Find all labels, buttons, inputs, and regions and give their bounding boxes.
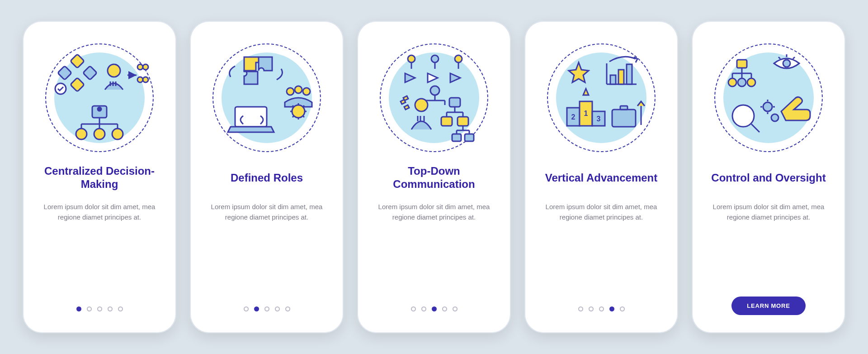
svg-point-12 (76, 129, 87, 139)
svg-point-41 (783, 60, 790, 67)
dot-1[interactable] (578, 306, 583, 311)
svg-point-22 (455, 55, 462, 62)
card-title: Centralized Decision-Making (37, 165, 162, 191)
svg-rect-0 (70, 54, 84, 68)
svg-point-14 (112, 129, 123, 139)
centralized-decision-icon (50, 48, 149, 148)
control-oversight-icon (719, 48, 818, 148)
svg-rect-28 (452, 134, 461, 141)
phone-card-vertical-advancement: 2 1 3 Vertical Advancement Lorem ipsum d… (524, 21, 678, 333)
dot-4[interactable] (275, 306, 280, 311)
svg-rect-26 (441, 117, 452, 126)
dot-1[interactable] (411, 306, 416, 311)
card-desc: Lorem ipsum dolor sit dim amet, mea regi… (706, 202, 831, 222)
phone-card-top-down: Top-Down Communication Lorem ipsum dolor… (357, 21, 511, 333)
svg-point-24 (415, 99, 428, 111)
icon-wrap (714, 43, 823, 152)
learn-more-button[interactable]: LEARN MORE (731, 297, 805, 315)
svg-point-16 (295, 86, 302, 93)
dot-2[interactable] (589, 306, 594, 311)
card-desc: Lorem ipsum dolor sit dim amet, mea regi… (372, 202, 496, 222)
svg-rect-42 (737, 60, 747, 68)
svg-point-43 (728, 78, 736, 86)
svg-rect-25 (449, 98, 460, 107)
defined-roles-icon (217, 48, 316, 148)
svg-point-45 (747, 78, 755, 86)
pagination-dots (411, 306, 458, 311)
top-down-communication-icon (384, 48, 484, 148)
svg-point-15 (287, 88, 294, 95)
svg-rect-40 (620, 106, 627, 110)
svg-point-47 (763, 102, 772, 111)
svg-point-21 (431, 55, 439, 62)
dot-5[interactable] (285, 306, 290, 311)
icon-wrap: 2 1 3 (547, 43, 656, 152)
dot-2[interactable] (87, 306, 92, 311)
dot-2[interactable] (254, 306, 259, 311)
svg-rect-32 (627, 64, 632, 84)
svg-point-6 (137, 64, 143, 70)
svg-point-13 (94, 129, 105, 139)
card-title: Top-Down Communication (372, 165, 496, 191)
phone-card-control-oversight: Control and Oversight Lorem ipsum dolor … (692, 21, 845, 333)
card-desc: Lorem ipsum dolor sit dim amet, mea regi… (204, 202, 329, 222)
phones-row: Centralized Decision-Making Lorem ipsum … (23, 21, 845, 333)
phone-card-centralized: Centralized Decision-Making Lorem ipsum … (23, 21, 176, 333)
svg-rect-30 (610, 75, 616, 84)
pagination-dots (76, 306, 123, 311)
icon-wrap (380, 43, 488, 152)
svg-rect-1 (57, 66, 71, 80)
vertical-advancement-icon: 2 1 3 (552, 48, 651, 148)
svg-point-9 (143, 77, 148, 82)
dot-3[interactable] (264, 306, 269, 311)
dot-1[interactable] (244, 306, 249, 311)
svg-rect-39 (612, 110, 636, 127)
svg-point-17 (303, 88, 310, 95)
svg-point-5 (108, 64, 120, 77)
dot-2[interactable] (421, 306, 426, 311)
svg-point-46 (732, 105, 754, 127)
svg-text:2: 2 (571, 113, 576, 121)
dot-5[interactable] (118, 306, 123, 311)
dot-5[interactable] (620, 306, 625, 311)
svg-point-48 (771, 114, 778, 121)
svg-point-7 (143, 64, 148, 70)
svg-point-11 (98, 107, 101, 111)
svg-point-23 (430, 86, 439, 95)
dot-3[interactable] (599, 306, 604, 311)
svg-rect-3 (70, 77, 84, 91)
phone-card-defined-roles: Defined Roles Lorem ipsum dolor sit dim … (190, 21, 344, 333)
svg-rect-2 (83, 66, 97, 80)
svg-point-20 (408, 55, 415, 62)
svg-point-18 (292, 105, 305, 118)
svg-text:1: 1 (584, 110, 588, 117)
svg-point-8 (137, 77, 143, 82)
card-title: Vertical Advancement (545, 165, 658, 191)
pagination-dots (244, 306, 290, 311)
svg-point-44 (738, 78, 746, 86)
svg-text:3: 3 (597, 115, 601, 123)
icon-wrap (212, 43, 321, 152)
card-title: Control and Oversight (711, 165, 826, 191)
card-desc: Lorem ipsum dolor sit dim amet, mea regi… (37, 202, 162, 222)
card-desc: Lorem ipsum dolor sit dim amet, mea regi… (539, 202, 664, 222)
dot-3[interactable] (97, 306, 102, 311)
dot-5[interactable] (453, 306, 458, 311)
card-title: Defined Roles (231, 165, 303, 191)
dot-1[interactable] (76, 306, 81, 311)
dot-4[interactable] (442, 306, 447, 311)
svg-rect-27 (458, 117, 468, 126)
dot-4[interactable] (108, 306, 113, 311)
svg-rect-31 (618, 70, 624, 84)
dot-3[interactable] (432, 306, 437, 311)
svg-rect-29 (465, 134, 474, 141)
icon-wrap (45, 43, 154, 152)
learn-more-row: LEARN MORE (731, 297, 805, 315)
dot-4[interactable] (609, 306, 614, 311)
pagination-dots (578, 306, 625, 311)
